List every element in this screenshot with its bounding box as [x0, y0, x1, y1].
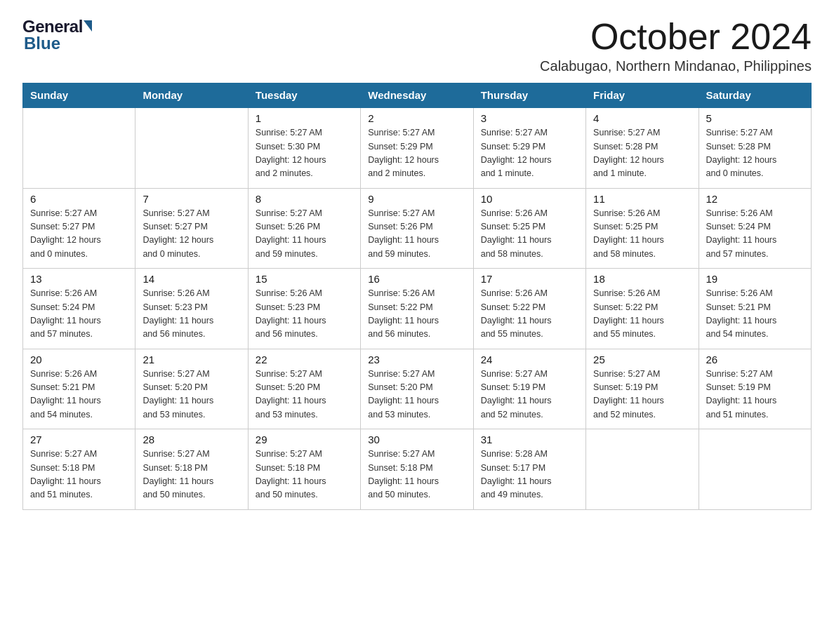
day-info: Sunrise: 5:27 AMSunset: 5:28 PMDaylight:… — [706, 126, 804, 181]
logo-blue-text: Blue — [24, 34, 60, 53]
day-number: 1 — [256, 112, 353, 124]
day-number: 20 — [30, 354, 128, 365]
day-info: Sunrise: 5:28 AMSunset: 5:17 PMDaylight:… — [481, 448, 578, 502]
day-number: 11 — [593, 193, 691, 205]
calendar-cell: 11Sunrise: 5:26 AMSunset: 5:25 PMDayligh… — [586, 188, 699, 269]
day-info: Sunrise: 5:26 AMSunset: 5:25 PMDaylight:… — [593, 207, 691, 262]
day-number: 2 — [368, 112, 465, 124]
day-number: 30 — [368, 434, 465, 445]
day-number: 4 — [593, 112, 691, 124]
day-info: Sunrise: 5:27 AMSunset: 5:18 PMDaylight:… — [143, 448, 240, 502]
calendar-cell: 26Sunrise: 5:27 AMSunset: 5:19 PMDayligh… — [699, 349, 811, 429]
calendar-cell: 3Sunrise: 5:27 AMSunset: 5:29 PMDaylight… — [473, 107, 585, 188]
day-info: Sunrise: 5:26 AMSunset: 5:23 PMDaylight:… — [143, 287, 240, 342]
day-number: 16 — [368, 273, 465, 285]
calendar-cell: 20Sunrise: 5:26 AMSunset: 5:21 PMDayligh… — [23, 349, 135, 429]
day-number: 10 — [481, 193, 578, 205]
calendar-cell: 16Sunrise: 5:26 AMSunset: 5:22 PMDayligh… — [361, 269, 473, 349]
day-number: 29 — [256, 434, 353, 445]
day-number: 9 — [368, 193, 465, 205]
day-number: 19 — [706, 273, 804, 285]
day-info: Sunrise: 5:27 AMSunset: 5:18 PMDaylight:… — [368, 448, 465, 502]
day-info: Sunrise: 5:27 AMSunset: 5:18 PMDaylight:… — [256, 448, 353, 502]
day-number: 23 — [368, 354, 465, 365]
day-info: Sunrise: 5:27 AMSunset: 5:19 PMDaylight:… — [706, 368, 804, 422]
calendar-weekday-friday: Friday — [586, 83, 699, 108]
day-number: 7 — [143, 193, 240, 205]
day-number: 26 — [706, 354, 804, 365]
calendar-body: 1Sunrise: 5:27 AMSunset: 5:30 PMDaylight… — [23, 107, 812, 509]
calendar-cell — [699, 429, 811, 510]
calendar-cell: 13Sunrise: 5:26 AMSunset: 5:24 PMDayligh… — [23, 269, 135, 349]
day-info: Sunrise: 5:27 AMSunset: 5:26 PMDaylight:… — [368, 207, 465, 262]
day-info: Sunrise: 5:26 AMSunset: 5:21 PMDaylight:… — [706, 287, 804, 342]
calendar-cell: 28Sunrise: 5:27 AMSunset: 5:18 PMDayligh… — [135, 429, 248, 510]
calendar-cell: 8Sunrise: 5:27 AMSunset: 5:26 PMDaylight… — [248, 188, 360, 269]
calendar-weekday-thursday: Thursday — [473, 83, 585, 108]
day-number: 25 — [593, 354, 691, 365]
day-info: Sunrise: 5:27 AMSunset: 5:30 PMDaylight:… — [256, 126, 353, 181]
day-info: Sunrise: 5:27 AMSunset: 5:20 PMDaylight:… — [256, 368, 353, 422]
calendar-cell: 17Sunrise: 5:26 AMSunset: 5:22 PMDayligh… — [473, 269, 585, 349]
calendar-cell: 15Sunrise: 5:26 AMSunset: 5:23 PMDayligh… — [248, 269, 360, 349]
calendar-cell: 12Sunrise: 5:26 AMSunset: 5:24 PMDayligh… — [699, 188, 811, 269]
day-number: 3 — [481, 112, 578, 124]
day-number: 21 — [143, 354, 240, 365]
day-info: Sunrise: 5:26 AMSunset: 5:24 PMDaylight:… — [706, 207, 804, 262]
logo: General Blue — [22, 17, 93, 53]
calendar-cell: 14Sunrise: 5:26 AMSunset: 5:23 PMDayligh… — [135, 269, 248, 349]
calendar-cell: 18Sunrise: 5:26 AMSunset: 5:22 PMDayligh… — [586, 269, 699, 349]
day-info: Sunrise: 5:27 AMSunset: 5:29 PMDaylight:… — [368, 126, 465, 181]
calendar-cell: 29Sunrise: 5:27 AMSunset: 5:18 PMDayligh… — [248, 429, 360, 510]
day-number: 14 — [143, 273, 240, 285]
day-number: 13 — [30, 273, 128, 285]
day-info: Sunrise: 5:26 AMSunset: 5:21 PMDaylight:… — [30, 368, 128, 422]
calendar-cell: 21Sunrise: 5:27 AMSunset: 5:20 PMDayligh… — [135, 349, 248, 429]
calendar-weekday-monday: Monday — [135, 83, 248, 108]
calendar-cell — [586, 429, 699, 510]
calendar-table: SundayMondayTuesdayWednesdayThursdayFrid… — [22, 83, 812, 510]
day-number: 8 — [256, 193, 353, 205]
calendar-week-4: 20Sunrise: 5:26 AMSunset: 5:21 PMDayligh… — [23, 349, 812, 429]
title-block: October 2024 Calabugao, Northern Mindana… — [540, 17, 812, 74]
calendar-cell: 22Sunrise: 5:27 AMSunset: 5:20 PMDayligh… — [248, 349, 360, 429]
calendar-cell — [135, 107, 248, 188]
calendar-cell: 27Sunrise: 5:27 AMSunset: 5:18 PMDayligh… — [23, 429, 135, 510]
day-number: 18 — [593, 273, 691, 285]
day-info: Sunrise: 5:26 AMSunset: 5:22 PMDaylight:… — [481, 287, 578, 342]
calendar-cell: 24Sunrise: 5:27 AMSunset: 5:19 PMDayligh… — [473, 349, 585, 429]
calendar-cell: 31Sunrise: 5:28 AMSunset: 5:17 PMDayligh… — [473, 429, 585, 510]
day-number: 24 — [481, 354, 578, 365]
day-number: 22 — [256, 354, 353, 365]
day-info: Sunrise: 5:27 AMSunset: 5:19 PMDaylight:… — [593, 368, 691, 422]
day-number: 15 — [256, 273, 353, 285]
day-info: Sunrise: 5:27 AMSunset: 5:20 PMDaylight:… — [143, 368, 240, 422]
calendar-week-1: 1Sunrise: 5:27 AMSunset: 5:30 PMDaylight… — [23, 107, 812, 188]
calendar-cell: 6Sunrise: 5:27 AMSunset: 5:27 PMDaylight… — [23, 188, 135, 269]
calendar-week-3: 13Sunrise: 5:26 AMSunset: 5:24 PMDayligh… — [23, 269, 812, 349]
calendar-cell: 1Sunrise: 5:27 AMSunset: 5:30 PMDaylight… — [248, 107, 360, 188]
location-title: Calabugao, Northern Mindanao, Philippine… — [540, 58, 812, 74]
day-info: Sunrise: 5:26 AMSunset: 5:22 PMDaylight:… — [368, 287, 465, 342]
month-title: October 2024 — [540, 17, 812, 57]
day-number: 28 — [143, 434, 240, 445]
day-info: Sunrise: 5:26 AMSunset: 5:24 PMDaylight:… — [30, 287, 128, 342]
calendar-cell: 7Sunrise: 5:27 AMSunset: 5:27 PMDaylight… — [135, 188, 248, 269]
calendar-cell: 5Sunrise: 5:27 AMSunset: 5:28 PMDaylight… — [699, 107, 811, 188]
day-number: 17 — [481, 273, 578, 285]
day-info: Sunrise: 5:26 AMSunset: 5:25 PMDaylight:… — [481, 207, 578, 262]
calendar-cell: 23Sunrise: 5:27 AMSunset: 5:20 PMDayligh… — [361, 349, 473, 429]
day-info: Sunrise: 5:27 AMSunset: 5:27 PMDaylight:… — [143, 207, 240, 262]
calendar-cell: 10Sunrise: 5:26 AMSunset: 5:25 PMDayligh… — [473, 188, 585, 269]
calendar-cell: 2Sunrise: 5:27 AMSunset: 5:29 PMDaylight… — [361, 107, 473, 188]
day-info: Sunrise: 5:27 AMSunset: 5:28 PMDaylight:… — [593, 126, 691, 181]
calendar-week-5: 27Sunrise: 5:27 AMSunset: 5:18 PMDayligh… — [23, 429, 812, 510]
day-info: Sunrise: 5:26 AMSunset: 5:22 PMDaylight:… — [593, 287, 691, 342]
calendar-weekday-wednesday: Wednesday — [361, 83, 473, 108]
day-number: 5 — [706, 112, 804, 124]
day-number: 31 — [481, 434, 578, 445]
day-info: Sunrise: 5:27 AMSunset: 5:19 PMDaylight:… — [481, 368, 578, 422]
day-info: Sunrise: 5:27 AMSunset: 5:18 PMDaylight:… — [30, 448, 128, 502]
calendar-header-row: SundayMondayTuesdayWednesdayThursdayFrid… — [23, 83, 812, 108]
calendar-cell: 30Sunrise: 5:27 AMSunset: 5:18 PMDayligh… — [361, 429, 473, 510]
